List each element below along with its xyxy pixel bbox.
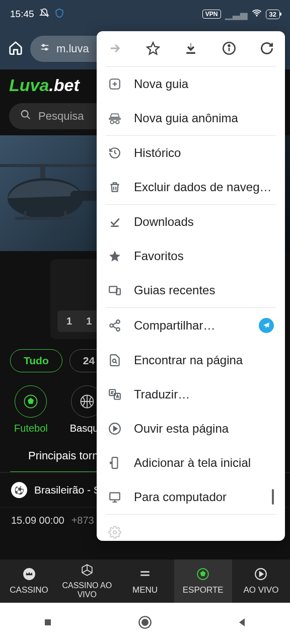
dice-icon bbox=[81, 564, 94, 579]
gear-icon bbox=[108, 526, 122, 539]
play-circle-icon bbox=[254, 568, 267, 583]
menu-item-add-home[interactable]: Adicionar à tela inicial bbox=[97, 446, 285, 480]
home-button[interactable] bbox=[138, 615, 152, 631]
nav-label: CASSINO AOVIVO bbox=[62, 581, 112, 599]
tune-icon bbox=[39, 42, 50, 56]
nav-cassino-vivo[interactable]: CASSINO AOVIVO bbox=[58, 559, 116, 603]
nav-esporte[interactable]: ESPORTE bbox=[174, 559, 232, 603]
filter-chip-all[interactable]: Tudo bbox=[10, 349, 62, 372]
download-done-icon bbox=[108, 215, 122, 228]
bookmark-button[interactable] bbox=[146, 41, 160, 57]
soccer-icon bbox=[196, 568, 209, 583]
vpn-badge: VPN bbox=[202, 10, 221, 19]
forward-button[interactable] bbox=[108, 41, 122, 57]
star-icon bbox=[108, 250, 122, 263]
menu-item-find[interactable]: Encontrar na página bbox=[97, 343, 285, 377]
back-button[interactable] bbox=[236, 616, 248, 630]
system-nav bbox=[0, 603, 290, 644]
crown-icon bbox=[23, 568, 36, 583]
svg-point-4 bbox=[45, 48, 47, 50]
menu-item-bookmarks[interactable]: Favoritos bbox=[97, 239, 285, 273]
score-2: 1 bbox=[86, 315, 92, 327]
browser-overflow-menu: Nova guia Nova guia anônima Histórico Ex… bbox=[97, 31, 285, 541]
play-circle-icon bbox=[108, 422, 122, 435]
sport-item-futebol[interactable]: Futebol bbox=[14, 385, 48, 434]
history-icon bbox=[108, 146, 122, 159]
logo-part-a: Luva bbox=[9, 75, 49, 95]
bottom-nav: CASSINO CASSINO AOVIVO MENU ESPORTE AO V… bbox=[0, 559, 290, 603]
svg-marker-21 bbox=[201, 571, 205, 576]
nav-label: AO VIVO bbox=[243, 585, 278, 595]
download-button[interactable] bbox=[184, 41, 198, 57]
url-text: m.luva bbox=[56, 42, 89, 55]
menu-item-downloads[interactable]: Downloads bbox=[97, 205, 285, 239]
menu-item-label: Traduzir… bbox=[134, 387, 274, 401]
svg-point-25 bbox=[142, 619, 148, 625]
logo-part-b: .bet bbox=[49, 75, 79, 95]
status-bar: 15:45 VPN ▁▃▅ 32 bbox=[0, 0, 290, 28]
svg-marker-15 bbox=[28, 398, 33, 404]
menu-item-label: Compartilhar… bbox=[134, 318, 247, 333]
bell-off-icon bbox=[39, 8, 49, 21]
search-placeholder: Pesquisa bbox=[38, 110, 84, 123]
menu-item-label: Histórico bbox=[134, 146, 274, 160]
svg-point-5 bbox=[22, 111, 28, 117]
svg-point-48 bbox=[113, 531, 117, 534]
menu-item-label: Ouvir esta página bbox=[134, 422, 274, 436]
menu-item-label: Favoritos bbox=[134, 249, 274, 263]
menu-item-incognito[interactable]: Nova guia anônima bbox=[97, 101, 285, 135]
match-extra: +873 bbox=[71, 515, 94, 526]
nav-cassino[interactable]: CASSINO bbox=[0, 559, 58, 603]
menu-item-desktop-site[interactable]: Para computador bbox=[97, 480, 285, 514]
menu-item-label: Para computador bbox=[134, 490, 260, 504]
nav-label: ESPORTE bbox=[183, 585, 224, 595]
refresh-button[interactable] bbox=[260, 41, 274, 57]
menu-item-label: Adicionar à tela inicial bbox=[134, 456, 274, 470]
recent-apps-button[interactable] bbox=[42, 616, 54, 630]
home-icon[interactable] bbox=[8, 40, 23, 57]
menu-item-share[interactable]: Compartilhar… bbox=[97, 308, 285, 343]
menu-item-recent-tabs[interactable]: Guias recentes bbox=[97, 273, 285, 307]
svg-rect-45 bbox=[110, 493, 120, 500]
info-button[interactable] bbox=[222, 41, 236, 57]
svg-point-28 bbox=[228, 45, 230, 46]
menu-item-label: Downloads bbox=[134, 215, 274, 229]
menu-item-translate[interactable]: Traduzir… bbox=[97, 377, 285, 412]
search-icon bbox=[20, 109, 31, 123]
trash-icon bbox=[108, 181, 122, 194]
svg-point-35 bbox=[110, 324, 113, 328]
brazil-flag-icon: ⚽ bbox=[11, 482, 27, 498]
incognito-icon bbox=[108, 112, 122, 125]
svg-point-34 bbox=[116, 320, 120, 324]
menu-item-label: Excluir dados de navega… bbox=[134, 180, 274, 194]
menu-item-new-tab[interactable]: Nova guia bbox=[97, 67, 285, 101]
svg-rect-44 bbox=[112, 457, 118, 468]
desktop-icon bbox=[108, 491, 122, 504]
nav-aovivo[interactable]: AO VIVO bbox=[232, 559, 290, 603]
checkbox[interactable] bbox=[272, 490, 274, 504]
svg-line-40 bbox=[115, 362, 117, 363]
add-to-home-icon bbox=[108, 456, 122, 469]
signal-icon: ▁▃▅ bbox=[225, 9, 248, 20]
translate-icon bbox=[108, 388, 122, 401]
soccer-icon bbox=[15, 385, 47, 418]
nav-label: CASSINO bbox=[10, 585, 48, 595]
shield-icon bbox=[54, 8, 64, 21]
menu-item-label: Encontrar na página bbox=[134, 353, 274, 367]
svg-point-36 bbox=[116, 328, 120, 331]
menu-item-clear-data[interactable]: Excluir dados de navega… bbox=[97, 170, 285, 204]
menu-item-label: Nova guia bbox=[134, 77, 274, 91]
menu-item-settings[interactable] bbox=[97, 515, 285, 541]
share-icon bbox=[108, 319, 122, 332]
menu-item-label: Guias recentes bbox=[134, 283, 274, 297]
svg-rect-32 bbox=[109, 286, 117, 292]
clock: 15:45 bbox=[10, 9, 34, 20]
devices-icon bbox=[108, 284, 122, 297]
nav-menu[interactable]: MENU bbox=[116, 559, 174, 603]
menu-item-listen[interactable]: Ouvir esta página bbox=[97, 412, 285, 446]
sport-label: Futebol bbox=[14, 423, 48, 434]
svg-rect-23 bbox=[45, 619, 51, 625]
plus-square-icon bbox=[108, 77, 122, 91]
menu-item-history[interactable]: Histórico bbox=[97, 136, 285, 170]
battery-icon: 32 bbox=[266, 10, 280, 19]
